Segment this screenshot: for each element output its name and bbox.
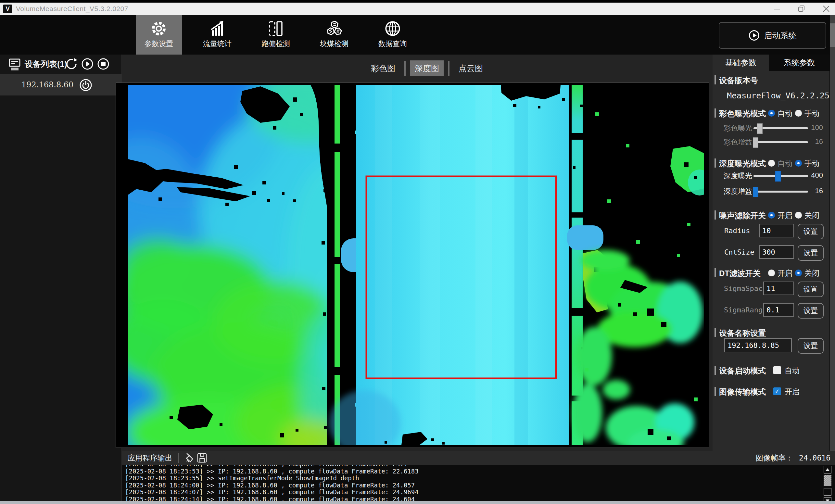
noise-filter-on-label: 开启 bbox=[777, 210, 792, 221]
depth-gain-slider[interactable] bbox=[753, 190, 808, 193]
play-circle-icon bbox=[749, 30, 760, 41]
color-exposure-slider-handle[interactable] bbox=[757, 123, 762, 134]
gear-icon bbox=[151, 21, 167, 36]
section-accent bbox=[714, 75, 716, 84]
panel-scrollbar[interactable] bbox=[830, 15, 835, 451]
frame-rate-label: 图像帧率： bbox=[756, 453, 793, 463]
noise-filter-on-radio[interactable] bbox=[768, 212, 775, 219]
depth-gain-slider-handle[interactable] bbox=[753, 187, 758, 197]
depth-exposure-manual-radio[interactable] bbox=[795, 160, 802, 167]
save-log-button[interactable] bbox=[197, 453, 207, 463]
toolbar-item-deviation-detection[interactable]: 跑偏检测 bbox=[253, 15, 299, 55]
restore-icon bbox=[798, 5, 806, 13]
window-title: VolumeMeasureClient_V5.3.2.0207 bbox=[16, 5, 128, 13]
log-scroll-down-button[interactable] bbox=[823, 497, 831, 501]
dt-filter-off-radio[interactable] bbox=[795, 269, 802, 276]
sigma-space-set-button[interactable]: 设置 bbox=[798, 282, 823, 297]
depth-exposure-title: 深度曝光模式 bbox=[719, 159, 766, 169]
color-gain-slider[interactable] bbox=[753, 141, 808, 143]
dt-filter-off-label: 关闭 bbox=[805, 268, 819, 278]
app-window: V VolumeMeasureClient_V5.3.2.0207 bbox=[0, 0, 835, 504]
device-name-set-button[interactable]: 设置 bbox=[798, 338, 823, 354]
log-line: [2025-02-08 18:24:07] >> IP: 192.168.8.6… bbox=[125, 489, 835, 496]
color-exposure-manual-radio[interactable] bbox=[795, 110, 802, 117]
titlebar: V VolumeMeasureClient_V5.3.2.0207 bbox=[0, 3, 835, 15]
depth-exposure-auto-radio[interactable] bbox=[768, 160, 775, 167]
stop-icon bbox=[97, 58, 110, 70]
toolbar-item-data-query[interactable]: 数据查询 bbox=[370, 15, 416, 55]
log-scrollbar-thumb[interactable] bbox=[823, 475, 831, 486]
transfer-mode-title: 图像传输模式 bbox=[719, 387, 766, 397]
section-accent bbox=[714, 108, 716, 118]
toolbar-item-parameter-settings[interactable]: 参数设置 bbox=[136, 15, 182, 55]
cntsize-input[interactable] bbox=[759, 245, 794, 259]
dt-filter-title: DT滤波开关 bbox=[719, 268, 761, 279]
cntsize-set-button[interactable]: 设置 bbox=[798, 245, 823, 261]
toolbar: 参数设置 流量统计 跑偏检测 bbox=[0, 15, 835, 55]
log-output: [2025-02-08 18:23:46] >> IP: 192.168.8.6… bbox=[122, 465, 835, 501]
log-line: [2025-02-08 18:24:14] >> IP: 192.168.8.6… bbox=[125, 496, 835, 501]
section-accent bbox=[714, 268, 716, 277]
log-separator bbox=[178, 453, 179, 463]
minimize-button[interactable] bbox=[772, 4, 782, 14]
radius-set-button[interactable]: 设置 bbox=[798, 224, 823, 239]
log-scroll-up-button[interactable] bbox=[823, 466, 831, 473]
start-system-button[interactable]: 启动系统 bbox=[719, 22, 826, 49]
depth-image-viewport bbox=[116, 82, 709, 448]
toolbar-item-coal-detection[interactable]: 块煤检测 bbox=[311, 15, 357, 55]
dt-filter-on-radio[interactable] bbox=[768, 269, 775, 276]
restore-button[interactable] bbox=[797, 4, 807, 14]
sigma-range-label: SigmaRange bbox=[724, 306, 767, 314]
tab-color-image[interactable]: 彩色图 bbox=[366, 60, 400, 76]
color-exposure-slider[interactable] bbox=[753, 127, 808, 129]
radius-input[interactable] bbox=[759, 224, 794, 237]
parameter-panel: 基础参数 系统参数 设备版本号 MeasureFlow_V6.2.2.25020… bbox=[713, 55, 830, 451]
depth-map-image bbox=[128, 85, 704, 445]
depth-exposure-slider[interactable] bbox=[753, 175, 808, 177]
device-row[interactable]: 192.168.8.60 bbox=[0, 74, 121, 96]
dt-filter-on-label: 开启 bbox=[777, 268, 792, 278]
tab-basic-parameters[interactable]: 基础参数 bbox=[713, 55, 769, 71]
device-sidebar: 设备列表(1) bbox=[0, 55, 122, 501]
depth-exposure-slider-label: 深度曝光 bbox=[722, 171, 752, 181]
depth-exposure-slider-handle[interactable] bbox=[775, 171, 781, 182]
tab-depth-image[interactable]: 深度图 bbox=[410, 60, 444, 76]
sigma-range-set-button[interactable]: 设置 bbox=[798, 303, 823, 319]
close-button[interactable] bbox=[821, 4, 831, 14]
tab-system-parameters[interactable]: 系统参数 bbox=[769, 55, 830, 71]
toolbar-label: 参数设置 bbox=[144, 39, 173, 49]
toolbar-label: 数据查询 bbox=[379, 39, 407, 49]
device-power-button[interactable] bbox=[79, 79, 92, 92]
clear-log-button[interactable] bbox=[184, 453, 194, 463]
depth-exposure-auto-label: 自动 bbox=[777, 159, 792, 168]
stop-device-button[interactable] bbox=[97, 58, 110, 70]
depth-gain-value: 16 bbox=[808, 187, 823, 195]
deviation-icon bbox=[268, 21, 283, 36]
start-device-button[interactable] bbox=[81, 58, 94, 70]
transfer-mode-checkbox[interactable]: ✓ bbox=[773, 387, 781, 395]
color-exposure-auto-label: 自动 bbox=[777, 108, 792, 119]
device-name-input[interactable] bbox=[724, 338, 792, 352]
device-version-value: MeasureFlow_V6.2.2.250207 bbox=[727, 91, 835, 100]
color-exposure-auto-radio[interactable] bbox=[768, 110, 775, 117]
globe-icon bbox=[385, 21, 401, 36]
tab-point-cloud[interactable]: 点云图 bbox=[454, 60, 488, 76]
noise-filter-off-radio[interactable] bbox=[795, 212, 802, 219]
depth-exposure-manual-label: 手动 bbox=[805, 159, 819, 168]
sigma-range-input[interactable] bbox=[763, 303, 794, 317]
noise-filter-title: 噪声滤除开关 bbox=[719, 210, 766, 221]
toolbar-item-flow-statistics[interactable]: 流量统计 bbox=[194, 15, 240, 55]
radius-label: Radius bbox=[724, 227, 750, 235]
toolbar-label: 跑偏检测 bbox=[261, 39, 290, 49]
start-mode-checkbox[interactable] bbox=[773, 366, 781, 374]
color-gain-slider-handle[interactable] bbox=[753, 137, 758, 148]
start-system-label: 启动系统 bbox=[764, 30, 797, 41]
section-accent bbox=[714, 210, 716, 220]
tab-separator bbox=[404, 61, 406, 76]
panel-scrollbar-thumb[interactable] bbox=[830, 23, 835, 47]
sigma-space-input[interactable] bbox=[763, 282, 794, 295]
close-icon bbox=[822, 5, 830, 13]
refresh-devices-button[interactable] bbox=[65, 58, 78, 70]
window-bottom-edge bbox=[0, 501, 835, 504]
log-scrollbar[interactable] bbox=[823, 466, 831, 501]
